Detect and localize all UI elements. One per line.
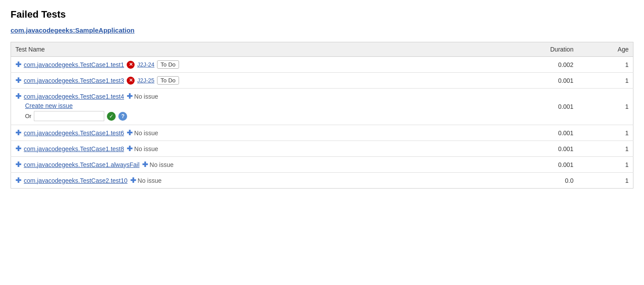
age-value: 1	[578, 89, 633, 125]
test-name-cell-0: ✚com.javacodegeeks.TestCase1.test1✕J2J-2…	[11, 57, 489, 73]
issue-key-link[interactable]: J2J-25	[137, 77, 154, 84]
duration-value: 0.0	[489, 173, 578, 189]
test-name-cell-1: ✚com.javacodegeeks.TestCase1.test3✕J2J-2…	[11, 73, 489, 89]
col-header-age: Age	[578, 42, 633, 57]
duration-value: 0.001	[489, 157, 578, 173]
age-value: 1	[578, 173, 633, 189]
test-name-cell-3: ✚com.javacodegeeks.TestCase1.test6✚No is…	[11, 125, 489, 141]
test-name-cell-5: ✚com.javacodegeeks.TestCase1.alwaysFail✚…	[11, 157, 489, 173]
age-value: 1	[578, 141, 633, 157]
expand-icon[interactable]: ✚	[15, 176, 21, 185]
age-value: 1	[578, 157, 633, 173]
duration-value: 0.002	[489, 57, 578, 73]
test-name-link[interactable]: com.javacodegeeks.TestCase1.test4	[24, 93, 124, 100]
no-issue-plus-icon: ✚	[127, 129, 132, 137]
table-row: ✚com.javacodegeeks.TestCase1.alwaysFail✚…	[11, 157, 633, 173]
expand-icon[interactable]: ✚	[15, 160, 21, 169]
age-value: 1	[578, 125, 633, 141]
failed-tests-table: Test Name Duration Age ✚com.javacodegeek…	[11, 42, 633, 189]
page-title: Failed Tests	[11, 9, 633, 20]
suite-link[interactable]: com.javacodegeeks:SampleApplication	[11, 26, 135, 34]
no-issue-label: No issue	[134, 130, 158, 137]
duration-value: 0.001	[489, 141, 578, 157]
age-value: 1	[578, 57, 633, 73]
table-row: ✚com.javacodegeeks.TestCase2.test10✚No i…	[11, 173, 633, 189]
test-name-link[interactable]: com.javacodegeeks.TestCase1.alwaysFail	[24, 161, 139, 168]
error-icon: ✕	[127, 61, 135, 69]
no-issue-plus-icon: ✚	[127, 92, 132, 100]
help-icon[interactable]: ?	[118, 112, 127, 121]
status-badge: To Do	[157, 60, 179, 69]
test-name-cell-2: ✚com.javacodegeeks.TestCase1.test4✚No is…	[11, 89, 489, 125]
col-header-test-name: Test Name	[11, 42, 489, 57]
test-name-link[interactable]: com.javacodegeeks.TestCase1.test3	[24, 77, 124, 84]
create-new-issue-link[interactable]: Create new issue	[25, 102, 485, 109]
expand-icon[interactable]: ✚	[15, 129, 21, 137]
no-issue-plus-icon: ✚	[130, 176, 136, 185]
table-row: ✚com.javacodegeeks.TestCase1.test8✚No is…	[11, 141, 633, 157]
test-name-cell-4: ✚com.javacodegeeks.TestCase1.test8✚No is…	[11, 141, 489, 157]
or-label: Or	[25, 113, 31, 119]
status-badge: To Do	[157, 76, 179, 85]
test-name-link[interactable]: com.javacodegeeks.TestCase1.test8	[24, 145, 124, 152]
expand-icon[interactable]: ✚	[15, 60, 21, 69]
duration-value: 0.001	[489, 125, 578, 141]
confirm-icon[interactable]: ✓	[107, 112, 116, 121]
col-header-duration: Duration	[489, 42, 578, 57]
table-row: ✚com.javacodegeeks.TestCase1.test4✚No is…	[11, 89, 633, 125]
table-row: ✚com.javacodegeeks.TestCase1.test3✕J2J-2…	[11, 73, 633, 89]
test-name-link[interactable]: com.javacodegeeks.TestCase2.test10	[24, 177, 128, 184]
issue-key-link[interactable]: J2J-24	[137, 61, 154, 68]
no-issue-label: No issue	[138, 177, 161, 184]
duration-value: 0.001	[489, 73, 578, 89]
duration-value: 0.001	[489, 89, 578, 125]
no-issue-label: No issue	[150, 161, 173, 168]
no-issue-label: No issue	[134, 145, 158, 152]
expand-icon[interactable]: ✚	[15, 76, 21, 85]
expand-icon[interactable]: ✚	[15, 144, 21, 153]
error-icon: ✕	[127, 77, 135, 85]
no-issue-label: No issue	[134, 93, 158, 100]
test-name-link[interactable]: com.javacodegeeks.TestCase1.test1	[24, 61, 124, 68]
expand-icon[interactable]: ✚	[15, 92, 21, 100]
test-name-cell-6: ✚com.javacodegeeks.TestCase2.test10✚No i…	[11, 173, 489, 189]
no-issue-plus-icon: ✚	[127, 144, 132, 153]
table-row: ✚com.javacodegeeks.TestCase1.test1✕J2J-2…	[11, 57, 633, 73]
age-value: 1	[578, 73, 633, 89]
issue-input[interactable]	[34, 111, 104, 121]
test-name-link[interactable]: com.javacodegeeks.TestCase1.test6	[24, 130, 124, 137]
table-row: ✚com.javacodegeeks.TestCase1.test6✚No is…	[11, 125, 633, 141]
no-issue-plus-icon: ✚	[142, 160, 148, 169]
